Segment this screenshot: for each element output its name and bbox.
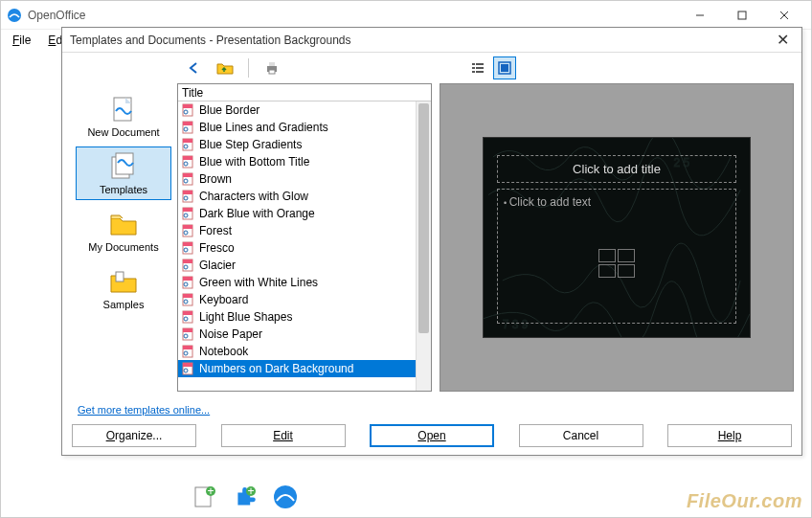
list-item-label: Light Blue Shapes: [199, 310, 292, 324]
sidebar-item-label: New Document: [87, 126, 159, 138]
maximize-button[interactable]: [721, 2, 763, 29]
svg-text:+: +: [207, 484, 214, 498]
svg-rect-2: [738, 11, 746, 19]
list-item-label: Numbers on Dark Background: [199, 362, 353, 375]
scroll-thumb[interactable]: [418, 103, 429, 333]
svg-rect-12: [472, 71, 475, 73]
template-item-icon: [182, 241, 195, 255]
sidebar-item-samples[interactable]: Samples: [76, 261, 171, 315]
svg-rect-27: [183, 139, 192, 143]
list-view-button[interactable]: [466, 56, 489, 79]
list-item-label: Blue with Bottom Title: [199, 155, 309, 169]
sidebar-item-my-documents[interactable]: My Documents: [76, 204, 171, 258]
svg-rect-39: [183, 208, 192, 212]
dialog-footer: Get more templates online... Organize...…: [62, 395, 801, 455]
svg-rect-19: [116, 272, 124, 282]
list-item[interactable]: Forest: [178, 222, 431, 239]
print-button[interactable]: [260, 56, 283, 79]
list-item[interactable]: Noise Paper: [178, 326, 431, 343]
app-icon: [7, 8, 22, 23]
list-item[interactable]: Keyboard: [178, 291, 431, 308]
new-document-icon: [108, 94, 139, 124]
list-item[interactable]: Blue with Bottom Title: [178, 153, 431, 170]
main-titlebar: OpenOffice: [1, 1, 811, 30]
template-item-icon: [182, 224, 195, 237]
dialog-close-button[interactable]: ✕: [771, 29, 794, 52]
list-item[interactable]: Green with White Lines: [178, 274, 431, 291]
svg-rect-66: [183, 363, 192, 367]
svg-rect-54: [183, 294, 192, 298]
list-item[interactable]: Blue Step Gradients: [178, 136, 431, 153]
sidebar-item-label: Samples: [103, 299, 145, 310]
list-item[interactable]: Glacier: [178, 257, 431, 274]
list-item[interactable]: Blue Border: [178, 101, 431, 119]
sidebar-item-templates[interactable]: Templates: [76, 146, 171, 200]
slide-body-placeholder: • Click to add text: [497, 189, 736, 324]
template-item-icon: [182, 276, 195, 289]
list-item[interactable]: Numbers on Dark Background: [178, 360, 431, 377]
list-header-title[interactable]: Title: [178, 84, 431, 101]
svg-rect-36: [183, 191, 192, 194]
cancel-button[interactable]: Cancel: [519, 424, 643, 447]
open-button[interactable]: Open: [370, 424, 494, 447]
table-icon: [598, 249, 616, 262]
start-center-icons: + +: [192, 484, 299, 510]
list-item-label: Noise Paper: [199, 327, 262, 341]
preview-view-button[interactable]: [493, 56, 516, 79]
help-button[interactable]: Help: [667, 424, 792, 447]
list-item[interactable]: Brown: [178, 170, 431, 188]
list-items-container: Blue BorderBlue Lines and GradientsBlue …: [178, 101, 431, 391]
preview-pane: 7 3 9 2 5 Click to add title • Click to …: [440, 83, 794, 392]
svg-rect-8: [472, 63, 475, 65]
template-list: Title Blue BorderBlue Lines and Gradient…: [177, 83, 432, 392]
slide-body-text: • Click to add text: [504, 195, 730, 209]
svg-rect-7: [269, 70, 275, 74]
dialog-titlebar: Templates and Documents - Presentation B…: [62, 28, 801, 53]
close-button[interactable]: [763, 2, 805, 29]
minimize-button[interactable]: [679, 2, 721, 29]
edit-button[interactable]: Edit: [221, 424, 346, 447]
organize-button[interactable]: Organize...: [72, 424, 196, 447]
slide-content-icons: [598, 249, 635, 278]
svg-point-76: [274, 485, 297, 508]
svg-rect-24: [183, 122, 192, 125]
get-more-templates-link[interactable]: Get more templates online...: [78, 404, 210, 416]
list-item[interactable]: Light Blue Shapes: [178, 308, 431, 326]
svg-rect-21: [183, 104, 192, 108]
template-item-icon: [182, 155, 195, 169]
svg-rect-10: [472, 67, 475, 69]
back-button[interactable]: [183, 56, 206, 79]
svg-rect-33: [183, 173, 192, 177]
list-scrollbar[interactable]: [416, 101, 431, 391]
new-template-icon[interactable]: +: [192, 484, 218, 510]
samples-icon: [108, 266, 139, 297]
list-item[interactable]: Characters with Glow: [178, 188, 431, 205]
menu-file[interactable]: File: [5, 32, 38, 49]
sidebar-item-label: Templates: [100, 184, 147, 195]
list-item-label: Keyboard: [199, 293, 248, 306]
svg-rect-51: [183, 277, 192, 281]
dialog-toolbar: [62, 53, 801, 83]
template-item-icon: [182, 190, 195, 203]
list-item-label: Brown: [199, 172, 232, 186]
openoffice-icon[interactable]: [272, 484, 299, 510]
list-item[interactable]: Notebook: [178, 343, 431, 360]
template-item-icon: [182, 138, 195, 151]
template-item-icon: [182, 103, 195, 117]
media-icon: [618, 264, 635, 278]
toolbar-separator: [248, 58, 249, 78]
svg-rect-15: [501, 64, 508, 72]
watermark: FileOur.com: [687, 490, 802, 512]
template-item-icon: [182, 172, 195, 186]
sidebar-item-new-document[interactable]: New Document: [76, 89, 171, 143]
svg-rect-48: [183, 259, 192, 263]
list-item[interactable]: Dark Blue with Orange: [178, 205, 431, 222]
list-item[interactable]: Blue Lines and Gradients: [178, 119, 431, 136]
svg-text:+: +: [247, 484, 254, 498]
extension-icon[interactable]: +: [232, 484, 259, 510]
list-item[interactable]: Fresco: [178, 239, 431, 257]
svg-rect-45: [183, 242, 192, 246]
svg-rect-13: [476, 71, 484, 73]
folder-up-button[interactable]: [214, 56, 237, 79]
template-item-icon: [182, 259, 195, 272]
